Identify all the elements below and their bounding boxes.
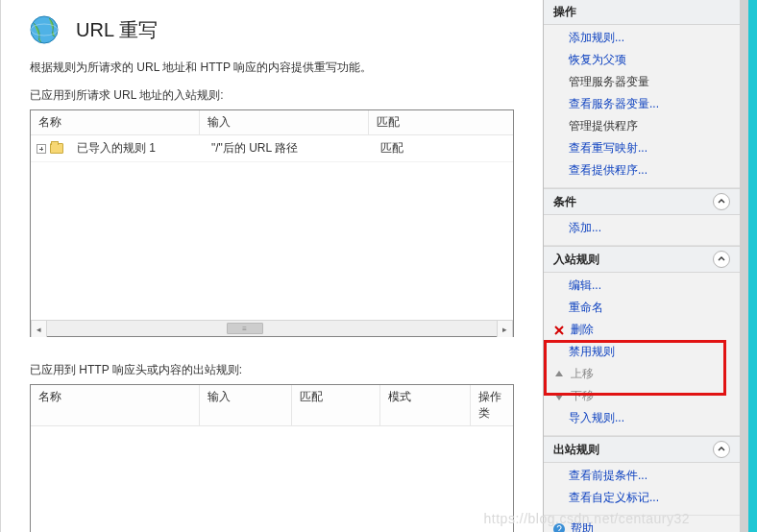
action-item-label: 重命名 <box>569 300 603 316</box>
action-item: 上移 <box>544 363 740 385</box>
scroll-track[interactable]: ≡ <box>47 321 497 336</box>
action-item-label: 管理提供程序 <box>569 118 638 134</box>
action-item-label: 上移 <box>571 366 594 382</box>
action-item[interactable]: 查看前提条件... <box>544 465 740 487</box>
inbound-section-label: 已应用到所请求 URL 地址的入站规则: <box>1 85 543 108</box>
cell-input: "/"后的 URL 路径 <box>204 138 373 158</box>
actions-group: 添加规则...恢复为父项管理服务器变量查看服务器变量...管理提供程序查看重写映… <box>544 25 740 188</box>
action-item[interactable]: ?帮助 <box>544 518 740 532</box>
action-item-label: 帮助 <box>571 520 594 532</box>
help-icon: ? <box>551 522 567 533</box>
collapse-icon[interactable] <box>713 251 730 268</box>
action-item-label: 查看重写映射... <box>569 140 647 157</box>
delete-icon <box>551 325 567 336</box>
arrow-up-icon <box>551 369 567 380</box>
col-opt[interactable]: 操作类 <box>471 385 513 425</box>
action-item: 下移 <box>544 385 740 407</box>
actions-header: 操作 <box>544 0 740 25</box>
arrow-down-icon <box>551 391 567 402</box>
actions-group-header: 出站规则 <box>544 436 740 463</box>
title-row: URL 重写 <box>1 8 543 58</box>
main-content: URL 重写 根据规则为所请求的 URL 地址和 HTTP 响应的内容提供重写功… <box>0 0 543 532</box>
actions-group-title: 出站规则 <box>553 442 599 458</box>
action-item[interactable]: 删除 <box>544 319 740 341</box>
collapse-icon[interactable] <box>713 441 730 458</box>
actions-group-header: 条件 <box>544 188 740 215</box>
action-item-label: 查看提供程序... <box>569 162 647 179</box>
col-match[interactable]: 匹配 <box>292 385 380 425</box>
action-item[interactable]: 查看自定义标记... <box>544 487 740 509</box>
action-item[interactable]: 重命名 <box>544 297 740 319</box>
actions-group: 添加... <box>544 215 740 246</box>
inbound-grid-header: 名称 输入 匹配 <box>31 110 513 135</box>
action-item[interactable]: 编辑... <box>544 275 740 297</box>
action-item-label: 查看自定义标记... <box>569 490 659 506</box>
action-item-label: 添加... <box>569 220 601 236</box>
action-item[interactable]: 添加... <box>544 217 740 239</box>
collapse-icon[interactable] <box>713 193 730 210</box>
action-item-label: 查看服务器变量... <box>569 96 659 112</box>
col-match[interactable]: 匹配 <box>369 110 513 134</box>
action-item-label: 下移 <box>571 388 594 404</box>
cell-match: 匹配 <box>373 138 411 158</box>
page-title: URL 重写 <box>76 17 158 43</box>
scroll-left-button[interactable]: ◂ <box>31 321 47 337</box>
col-name[interactable]: 名称 <box>31 385 200 425</box>
action-item[interactable]: 恢复为父项 <box>544 49 740 71</box>
action-item-label: 查看前提条件... <box>569 468 647 484</box>
url-rewrite-icon <box>28 13 61 46</box>
col-mode[interactable]: 模式 <box>380 385 471 425</box>
col-name[interactable]: 名称 <box>31 110 200 134</box>
action-item[interactable]: 管理服务器变量 <box>544 71 740 93</box>
action-item[interactable]: 添加规则... <box>544 27 740 49</box>
actions-group: 编辑...重命名删除禁用规则上移下移导入规则... <box>544 273 740 436</box>
action-item-label: 编辑... <box>569 278 601 294</box>
cell-name: 已导入的规则 1 <box>69 138 204 158</box>
svg-text:?: ? <box>556 524 562 533</box>
col-input[interactable]: 输入 <box>200 110 369 134</box>
outbound-grid-header: 名称 输入 匹配 模式 操作类 <box>31 385 513 426</box>
action-item[interactable]: 禁用规则 <box>544 341 740 363</box>
actions-group-title: 条件 <box>553 194 576 210</box>
action-item-label: 管理服务器变量 <box>569 74 649 90</box>
outbound-grid-body <box>31 426 513 532</box>
inbound-rules-grid[interactable]: 名称 输入 匹配 已导入的规则 1 "/"后的 URL 路径 匹配 ◂ ≡ ▸ <box>30 109 514 337</box>
action-item[interactable]: 查看重写映射... <box>544 137 740 159</box>
inbound-grid-body: 已导入的规则 1 "/"后的 URL 路径 匹配 <box>31 135 513 320</box>
action-item-label: 添加规则... <box>569 30 624 46</box>
expand-icon[interactable] <box>37 144 46 154</box>
outbound-rules-grid[interactable]: 名称 输入 匹配 模式 操作类 <box>30 384 514 532</box>
action-item-label: 禁用规则 <box>569 344 615 360</box>
col-input[interactable]: 输入 <box>200 385 292 425</box>
scroll-thumb[interactable]: ≡ <box>227 323 263 334</box>
right-stripes <box>740 0 757 532</box>
action-item[interactable]: 查看提供程序... <box>544 159 740 181</box>
scroll-right-button[interactable]: ▸ <box>497 321 513 337</box>
action-item[interactable]: 查看服务器变量... <box>544 93 740 115</box>
actions-group: ?帮助 <box>544 516 740 532</box>
action-item[interactable]: 导入规则... <box>544 407 740 429</box>
actions-group-header: 入站规则 <box>544 246 740 273</box>
action-item[interactable]: 管理提供程序 <box>544 115 740 137</box>
actions-group-title: 入站规则 <box>553 252 599 268</box>
actions-title: 操作 <box>553 4 576 20</box>
folder-icon <box>50 143 63 154</box>
actions-pane: 操作 添加规则...恢复为父项管理服务器变量查看服务器变量...管理提供程序查看… <box>543 0 740 532</box>
table-row[interactable]: 已导入的规则 1 "/"后的 URL 路径 匹配 <box>31 135 513 162</box>
outbound-section-label: 已应用到 HTTP 响应头或内容的出站规则: <box>1 360 543 382</box>
action-item-label: 删除 <box>571 322 594 338</box>
actions-group: 查看前提条件...查看自定义标记... <box>544 463 740 516</box>
page-description: 根据规则为所请求的 URL 地址和 HTTP 响应的内容提供重写功能。 <box>1 58 543 85</box>
actions-body: 添加规则...恢复为父项管理服务器变量查看服务器变量...管理提供程序查看重写映… <box>544 25 740 532</box>
action-item-label: 导入规则... <box>569 410 624 426</box>
inbound-hscrollbar[interactable]: ◂ ≡ ▸ <box>31 320 513 336</box>
svg-point-0 <box>31 16 58 43</box>
action-item-label: 恢复为父项 <box>569 52 626 68</box>
